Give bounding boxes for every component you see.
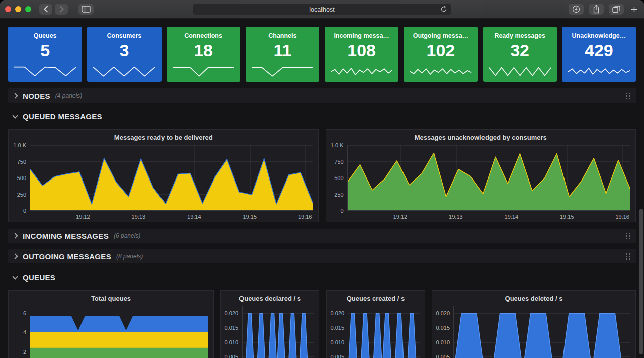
y-tick-label: 0 [23, 208, 26, 214]
plus-icon [631, 6, 637, 13]
y-tick-label: 250 [17, 192, 26, 198]
sidebar-icon [82, 6, 91, 13]
tabs-icon [612, 5, 620, 13]
panel-title[interactable]: Messages unacknowledged by consumers [326, 130, 636, 145]
chevron-left-icon [44, 6, 48, 13]
series-svg [348, 145, 631, 210]
tab-overview-button[interactable] [609, 4, 624, 15]
browser-window: localhost Queues 5 [0, 0, 644, 358]
x-tick-label: 19:12 [393, 214, 408, 220]
drag-handle-icon[interactable] [625, 232, 631, 240]
panel-title[interactable]: Queues deleted / s [432, 291, 635, 306]
y-tick-label: 750 [17, 159, 26, 165]
stat-panel-consumers: Consumers 3 [87, 27, 161, 82]
series-svg [243, 306, 314, 358]
stat-panel-title[interactable]: Channels [246, 32, 319, 39]
stat-value: 5 [8, 41, 82, 60]
chevron-right-icon [59, 6, 64, 13]
chevron-right-icon [12, 253, 18, 259]
plot-area [30, 145, 313, 211]
row-incoming-messages[interactable]: INCOMING MESSAGES (6 panels) [8, 229, 636, 243]
sparkline-chart [14, 64, 76, 78]
stat-value: 18 [167, 41, 240, 60]
row-queues[interactable]: QUEUES [8, 270, 636, 284]
address-bar[interactable]: localhost [193, 4, 451, 15]
time-series-chart: 1.0 K7505002500 19:1219:1319:1419:1519:1… [9, 145, 318, 222]
sparkline-chart [173, 64, 234, 78]
y-tick-label: 500 [334, 175, 343, 181]
reload-glyph-icon [440, 6, 447, 13]
new-tab-button[interactable] [629, 4, 639, 15]
share-button[interactable] [589, 4, 604, 15]
x-tick-label: 19:16 [298, 214, 312, 220]
share-icon [592, 5, 600, 14]
panel-queues-declared: Queues declared / s 0.0200.0150.0100.005 [220, 290, 319, 358]
zoom-window-button[interactable] [25, 6, 31, 12]
panel-title[interactable]: Total queues [9, 291, 213, 306]
drag-handle-icon[interactable] [625, 253, 631, 260]
x-tick-label: 19:14 [505, 214, 519, 220]
close-window-button[interactable] [5, 6, 11, 12]
browser-chrome: localhost [0, 0, 644, 19]
scrollbar-track[interactable] [639, 19, 643, 358]
stat-panel-connections: Connections 18 [167, 27, 240, 82]
y-tick-label: 2 [23, 349, 26, 355]
time-series-chart: 1.0 K7505002500 19:1219:1319:1419:1519:1… [326, 145, 636, 222]
y-axis: 642 [11, 306, 30, 358]
y-tick-label: 0.020 [436, 310, 450, 316]
row-panel-count: (6 panels) [114, 232, 140, 239]
panel-title[interactable]: Queues declared / s [221, 291, 319, 306]
scrollbar-thumb[interactable] [639, 209, 643, 354]
x-tick-label: 19:14 [187, 214, 201, 220]
drag-handle-icon[interactable] [625, 92, 631, 100]
url-text: localhost [309, 6, 334, 13]
y-tick-label: 0.010 [224, 339, 238, 345]
row-title: QUEUES [23, 273, 55, 282]
back-button[interactable] [39, 4, 52, 15]
y-tick-label: 0.005 [330, 354, 344, 358]
y-axis: 0.0200.0150.0100.005 [434, 306, 453, 358]
time-series-chart: 0.0200.0150.0100.005 [432, 306, 635, 358]
downloads-button[interactable] [569, 4, 584, 15]
x-tick-label: 19:15 [243, 214, 257, 220]
y-tick-label: 0.010 [436, 339, 450, 345]
chevron-right-icon [12, 233, 18, 238]
stat-value: 102 [404, 41, 477, 60]
forward-button[interactable] [55, 4, 68, 15]
x-tick-label: 19:13 [449, 214, 463, 220]
stat-panel-outgoing-messages: Outgoing messa… 102 [404, 27, 477, 82]
sparkline-chart [410, 64, 471, 78]
sidebar-toggle-button[interactable] [78, 4, 94, 15]
y-axis: 1.0 K7505002500 [328, 145, 347, 211]
stats-row: Queues 5 Consumers 3 Connections 18 Chan… [8, 27, 636, 82]
y-tick-label: 0.015 [224, 325, 238, 331]
sparkline-chart [568, 64, 630, 78]
stat-panel-title[interactable]: Consumers [87, 32, 161, 39]
sparkline-chart [331, 64, 392, 78]
plot-area [30, 306, 208, 358]
row-outgoing-messages[interactable]: OUTGOING MESSAGES (8 panels) [8, 249, 636, 263]
window-controls [5, 6, 31, 12]
panel-title[interactable]: Queues created / s [327, 291, 425, 306]
reload-icon[interactable] [440, 6, 447, 15]
panel-title[interactable]: Messages ready to be delivered [9, 130, 318, 145]
y-tick-label: 0.005 [224, 354, 238, 358]
minimize-window-button[interactable] [15, 6, 21, 12]
stat-panel-title[interactable]: Queues [8, 32, 82, 39]
stat-panel-title[interactable]: Unacknowledge… [562, 32, 636, 39]
y-tick-label: 250 [334, 192, 343, 198]
plot-area [453, 306, 630, 358]
sparkline-chart [252, 64, 313, 78]
stat-panel-title[interactable]: Outgoing messa… [404, 32, 477, 39]
row-nodes[interactable]: NODES (4 panels) [8, 88, 636, 103]
stat-panel-title[interactable]: Incoming messa… [325, 32, 398, 39]
stat-value: 11 [246, 41, 319, 60]
stat-panel-title[interactable]: Ready messages [483, 32, 557, 39]
row-queued-messages[interactable]: QUEUED MESSAGES [8, 109, 636, 123]
row-title: NODES [23, 92, 50, 100]
stat-panel-queues: Queues 5 [8, 27, 82, 82]
x-tick-label: 19:16 [615, 214, 629, 220]
stat-panel-title[interactable]: Connections [167, 32, 240, 39]
chevron-right-icon [12, 93, 18, 98]
stat-panel-ready-messages: Ready messages 32 [483, 27, 557, 82]
